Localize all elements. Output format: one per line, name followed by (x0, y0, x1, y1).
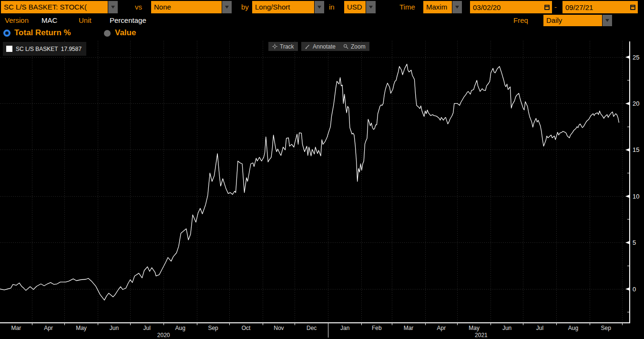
svg-text:Jun: Jun (110, 325, 119, 331)
time-field[interactable]: Maxim (423, 1, 452, 13)
svg-text:Apr: Apr (44, 325, 53, 331)
series-line (0, 64, 619, 300)
svg-text:Jun: Jun (502, 325, 511, 331)
svg-text:2021: 2021 (475, 332, 488, 339)
chevron-down-icon (111, 6, 115, 9)
vs-field[interactable]: None (151, 1, 222, 13)
date-separator: - (554, 1, 557, 13)
in-label: in (329, 1, 335, 13)
date-from-input[interactable]: 03/02/20 (470, 1, 552, 13)
freq-label: Freq (513, 15, 528, 26)
vs-dropdown-arrow[interactable] (222, 1, 232, 13)
magnifier-icon (343, 44, 348, 49)
svg-text:May: May (469, 325, 480, 331)
calendar-icon[interactable] (630, 5, 635, 10)
version-value: MAC (41, 15, 57, 26)
price-chart[interactable]: 0510152025MarAprMayJunJulAugSepOctNovDec… (0, 38, 644, 339)
by-field[interactable]: Long/Short (252, 1, 314, 13)
zoom-button-label: Zoom (351, 43, 366, 50)
time-label: Time (399, 1, 415, 13)
legend-item[interactable]: SC L/S BASKET 17.9587 (3, 42, 86, 56)
freq-dropdown[interactable]: Daily (543, 15, 612, 26)
svg-text:Oct: Oct (242, 325, 251, 331)
track-button-label: Track (280, 43, 294, 50)
svg-text:Dec: Dec (307, 325, 317, 331)
version-label: Version (5, 15, 29, 26)
security-dropdown-arrow[interactable] (108, 1, 118, 13)
x-axis-labels: MarAprMayJunJulAugSepOctNovDecJanFebMarA… (11, 325, 612, 339)
svg-text:25: 25 (633, 54, 639, 61)
value-radio[interactable] (104, 30, 111, 37)
svg-text:Jan: Jan (340, 325, 349, 331)
svg-text:Aug: Aug (568, 325, 578, 331)
svg-text:2020: 2020 (157, 332, 170, 339)
track-button[interactable]: Track (268, 42, 298, 51)
svg-text:Apr: Apr (437, 325, 446, 331)
total-return-label[interactable]: Total Return % (14, 28, 71, 38)
by-dropdown[interactable]: Long/Short (252, 1, 324, 13)
chevron-down-icon (369, 6, 373, 9)
freq-field[interactable]: Daily (543, 15, 602, 26)
security-field[interactable]: SC L/S BASKET: STOCK( (1, 1, 108, 13)
vs-label: vs (135, 1, 142, 13)
chevron-down-icon (455, 6, 459, 9)
currency-dropdown-arrow[interactable] (366, 1, 376, 13)
svg-text:Nov: Nov (274, 325, 284, 331)
svg-text:Aug: Aug (175, 325, 185, 331)
svg-text:Sep: Sep (208, 325, 218, 331)
svg-text:15: 15 (633, 146, 639, 153)
axes (0, 41, 630, 338)
svg-text:20: 20 (633, 100, 639, 107)
svg-text:May: May (76, 325, 87, 331)
chevron-down-icon (225, 6, 229, 9)
svg-text:Jul: Jul (536, 325, 543, 331)
currency-dropdown[interactable]: USD (344, 1, 376, 13)
chevron-down-icon (605, 19, 609, 22)
date-to-group[interactable]: 09/27/21 (562, 1, 638, 13)
currency-field[interactable]: USD (344, 1, 366, 13)
time-dropdown[interactable]: Maxim (423, 1, 462, 13)
unit-value: Percentage (110, 15, 146, 26)
series-swatch (6, 46, 12, 52)
date-from-group[interactable]: 03/02/20 (470, 1, 552, 13)
y-axis-labels: 0510152025 (625, 54, 639, 312)
date-to-input[interactable]: 09/27/21 (562, 1, 638, 13)
freq-dropdown-arrow[interactable] (603, 15, 612, 26)
svg-text:10: 10 (633, 193, 639, 200)
by-label: by (241, 1, 249, 13)
legend-series-value: 17.9587 (61, 46, 82, 52)
value-label[interactable]: Value (115, 28, 136, 38)
svg-text:Mar: Mar (11, 325, 21, 331)
chevron-down-icon (317, 6, 321, 9)
annotate-button[interactable]: Annotate (301, 42, 339, 51)
svg-text:Jul: Jul (143, 325, 151, 331)
time-dropdown-arrow[interactable] (452, 1, 462, 13)
svg-text:Sep: Sep (601, 325, 612, 331)
total-return-radio[interactable] (3, 30, 10, 37)
svg-text:0: 0 (633, 286, 636, 293)
svg-text:Mar: Mar (404, 325, 414, 331)
calendar-icon[interactable] (544, 5, 550, 10)
svg-text:5: 5 (633, 239, 636, 246)
zoom-button[interactable]: Zoom (339, 42, 369, 51)
crosshair-icon (272, 44, 277, 49)
annotate-button-label: Annotate (313, 43, 336, 50)
security-dropdown[interactable]: SC L/S BASKET: STOCK( (1, 1, 118, 13)
unit-label: Unit (79, 15, 92, 26)
pencil-icon (305, 44, 310, 49)
date-to-value: 09/27/21 (565, 3, 593, 11)
gridlines (0, 41, 630, 323)
svg-text:Feb: Feb (372, 325, 382, 331)
date-from-value: 03/02/20 (473, 3, 501, 11)
legend-series-name: SC L/S BASKET (16, 46, 58, 52)
vs-dropdown[interactable]: None (151, 1, 232, 13)
by-dropdown-arrow[interactable] (315, 1, 324, 13)
